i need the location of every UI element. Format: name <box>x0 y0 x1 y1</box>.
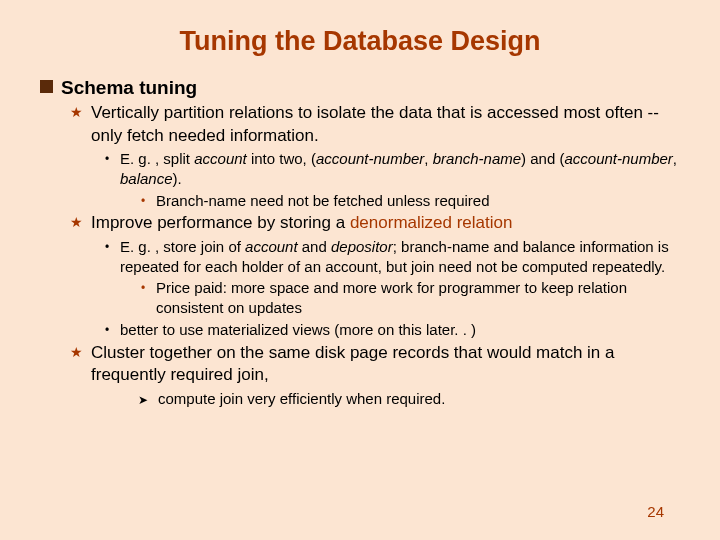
bullet-lvl3: • Branch-name need not be fetched unless… <box>138 191 680 211</box>
bullet-lvl0: Schema tuning <box>40 75 680 100</box>
t-ital: branch-name <box>433 150 521 167</box>
slide-body: Schema tuning ★ Vertically partition rel… <box>40 75 680 408</box>
star-icon: ★ <box>70 105 83 119</box>
t: Improve performance by storing a <box>91 213 350 232</box>
star-icon: ★ <box>70 215 83 229</box>
bullet-text: Vertically partition relations to isolat… <box>91 102 680 147</box>
bullet-lvl2: • better to use materialized views (more… <box>102 320 680 340</box>
t: and <box>298 238 331 255</box>
t: E. g. , split <box>120 150 194 167</box>
bullet-lvl2: • E. g. , split account into two, (accou… <box>102 149 680 189</box>
t-ital: depositor <box>331 238 393 255</box>
t-ital: balance <box>120 170 173 187</box>
bullet-text: E. g. , split account into two, (account… <box>120 149 680 189</box>
dot-icon: • <box>102 241 112 253</box>
bullet-text: Price paid: more space and more work for… <box>156 278 680 318</box>
bullet-text: Schema tuning <box>61 75 680 100</box>
dot-icon: • <box>138 282 148 294</box>
dot-icon: • <box>102 324 112 336</box>
bullet-lvl1: ★ Vertically partition relations to isol… <box>70 102 680 147</box>
dot-icon: • <box>138 195 148 207</box>
bullet-text: compute join very efficiently when requi… <box>158 389 680 409</box>
t: ). <box>173 170 182 187</box>
t: into two, ( <box>247 150 316 167</box>
chevron-right-icon: ➤ <box>138 394 150 406</box>
bullet-text: Branch-name need not be fetched unless r… <box>156 191 680 211</box>
t: E. g. , store join of <box>120 238 245 255</box>
t-ital: account-number <box>316 150 424 167</box>
t: , <box>424 150 432 167</box>
bullet-lvl2: • E. g. , store join of account and depo… <box>102 237 680 277</box>
bullet-lvl3: ➤ compute join very efficiently when req… <box>138 389 680 409</box>
t: ) and ( <box>521 150 564 167</box>
t-accent: denormalized relation <box>350 213 513 232</box>
bullet-text: better to use materialized views (more o… <box>120 320 680 340</box>
bullet-lvl3: • Price paid: more space and more work f… <box>138 278 680 318</box>
slide: Tuning the Database Design Schema tuning… <box>0 0 720 540</box>
bullet-lvl1: ★ Cluster together on the same disk page… <box>70 342 680 387</box>
page-number: 24 <box>647 503 664 520</box>
star-icon: ★ <box>70 345 83 359</box>
t-ital: account-number <box>564 150 672 167</box>
t: , <box>673 150 677 167</box>
t-ital: account <box>194 150 247 167</box>
slide-title: Tuning the Database Design <box>40 26 680 57</box>
square-icon <box>40 80 53 93</box>
dot-icon: • <box>102 153 112 165</box>
bullet-text: Improve performance by storing a denorma… <box>91 212 680 234</box>
bullet-text: Cluster together on the same disk page r… <box>91 342 680 387</box>
t-ital: account <box>245 238 298 255</box>
bullet-lvl1: ★ Improve performance by storing a denor… <box>70 212 680 234</box>
bullet-text: E. g. , store join of account and deposi… <box>120 237 680 277</box>
